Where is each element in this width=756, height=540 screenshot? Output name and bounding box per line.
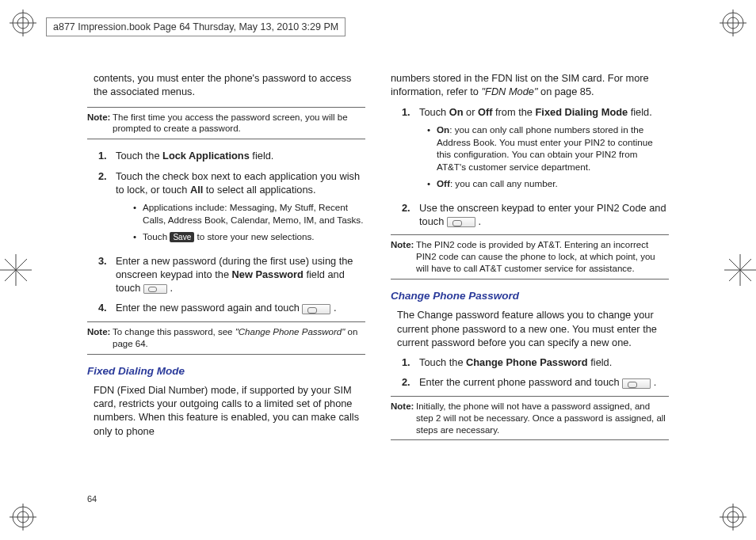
note-label: Note: xyxy=(391,239,416,275)
step-item: 1. Touch On or Off from the Fixed Dialin… xyxy=(402,105,669,195)
step-number: 2. xyxy=(98,169,116,248)
doc-header: a877 Impression.book Page 64 Thursday, M… xyxy=(46,17,346,36)
registration-mark-icon xyxy=(720,504,746,530)
bullet-item: Off: you can call any number. xyxy=(427,177,669,190)
note-block: Note: To change this password, see "Chan… xyxy=(87,321,365,355)
bullet-item: On: you can only call phone numbers stor… xyxy=(427,124,669,173)
step-number: 1. xyxy=(402,356,419,369)
step-number: 3. xyxy=(98,254,116,295)
step-item: 2. Touch the check box next to each appl… xyxy=(98,169,365,248)
step-number: 1. xyxy=(402,105,419,195)
registration-mark-icon xyxy=(10,10,36,36)
steps-list: 1. Touch the Change Phone Password field… xyxy=(402,356,669,390)
registration-mark-icon xyxy=(720,10,746,36)
page-content: contents, you must enter the phone's pas… xyxy=(87,71,669,508)
note-text: Initially, the phone will not have a pas… xyxy=(416,401,669,436)
step-number: 1. xyxy=(98,149,116,162)
save-button-icon: Save xyxy=(170,232,194,242)
right-column: numbers stored in the FDN list on the SI… xyxy=(391,71,669,508)
page-number: 64 xyxy=(87,494,97,504)
note-label: Note: xyxy=(87,112,113,135)
ok-key-icon xyxy=(143,284,167,294)
intro-text: contents, you must enter the phone's pas… xyxy=(94,71,365,99)
step-number: 2. xyxy=(402,201,419,229)
step-item: 2. Use the onscreen keypad to enter your… xyxy=(402,201,669,229)
note-label: Note: xyxy=(87,326,113,350)
crop-mark-icon xyxy=(724,254,756,286)
body-text: numbers stored in the FDN list on the SI… xyxy=(391,71,669,99)
body-text: The Change password feature allows you t… xyxy=(397,308,669,349)
ok-key-icon xyxy=(302,304,330,314)
crop-mark-icon xyxy=(0,254,32,286)
note-label: Note: xyxy=(391,401,416,436)
note-text: The first time you access the password s… xyxy=(113,112,365,135)
note-block: Note: The PIN2 code is provided by AT&T.… xyxy=(391,234,669,280)
step-number: 2. xyxy=(402,375,419,389)
step-number: 4. xyxy=(98,301,116,314)
step-item: 4. Enter the new password again and touc… xyxy=(98,301,365,314)
note-block: Note: Initially, the phone will not have… xyxy=(391,396,669,441)
ok-key-icon xyxy=(622,378,651,389)
section-heading: Fixed Dialing Mode xyxy=(87,364,365,378)
note-block: Note: The first time you access the pass… xyxy=(87,107,365,140)
note-text: The PIN2 code is provided by AT&T. Enter… xyxy=(416,239,669,275)
step-item: 1. Touch the Change Phone Password field… xyxy=(402,356,669,369)
step-item: 2. Enter the current phone password and … xyxy=(402,375,669,389)
bullet-item: Touch Save to store your new selections. xyxy=(133,230,365,243)
note-text: To change this password, see "Change Pho… xyxy=(113,326,365,350)
registration-mark-icon xyxy=(10,504,36,530)
ok-key-icon xyxy=(447,217,475,227)
step-item: 3. Enter a new password (during the firs… xyxy=(98,254,365,295)
steps-list: 1. Touch the Lock Applications field. 2.… xyxy=(98,149,365,314)
section-heading: Change Phone Password xyxy=(391,289,669,303)
left-column: contents, you must enter the phone's pas… xyxy=(87,71,365,508)
bullet-item: Applications include: Messaging, My Stuf… xyxy=(133,201,365,226)
step-item: 1. Touch the Lock Applications field. xyxy=(98,149,365,162)
steps-list: 1. Touch On or Off from the Fixed Dialin… xyxy=(402,105,669,229)
body-text: FDN (Fixed Dial Number) mode, if support… xyxy=(94,383,365,438)
